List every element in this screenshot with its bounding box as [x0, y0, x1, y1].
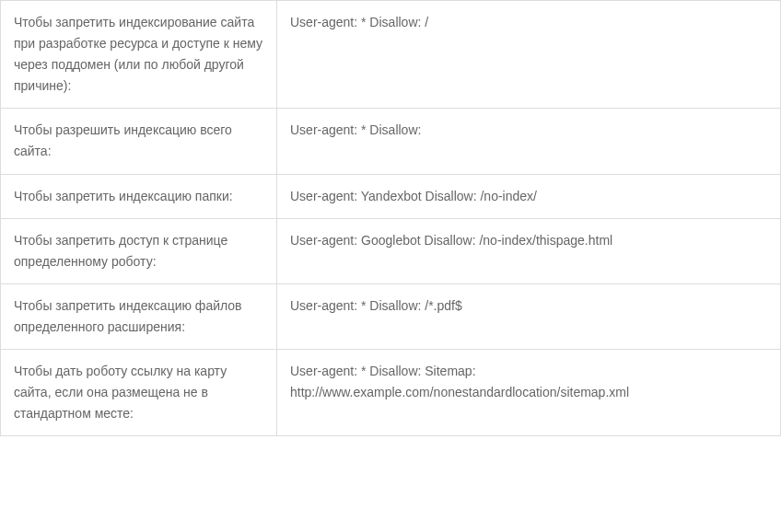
- table-row: Чтобы запретить доступ к странице опреде…: [1, 218, 781, 283]
- table-row: Чтобы разрешить индексацию всего сайта: …: [1, 109, 781, 174]
- table-row: Чтобы запретить индексацию файлов опреде…: [1, 283, 781, 349]
- table-row: Чтобы запретить индексацию папки: User-a…: [1, 174, 781, 218]
- rule-code: User-agent: * Disallow:: [277, 109, 781, 174]
- rule-code: User-agent: Yandexbot Disallow: /no-inde…: [277, 174, 781, 218]
- rule-code: User-agent: * Disallow: Sitemap: http://…: [277, 350, 781, 436]
- rule-description: Чтобы запретить индексацию файлов опреде…: [1, 283, 277, 349]
- table-row: Чтобы запретить индексирование сайта при…: [1, 1, 781, 109]
- rule-code: User-agent: * Disallow: /: [277, 1, 781, 109]
- rule-description: Чтобы дать роботу ссылку на карту сайта,…: [1, 350, 277, 436]
- table-row: Чтобы дать роботу ссылку на карту сайта,…: [1, 350, 781, 436]
- rule-code: User-agent: Googlebot Disallow: /no-inde…: [277, 218, 781, 283]
- rule-description: Чтобы разрешить индексацию всего сайта:: [1, 109, 277, 174]
- rule-description: Чтобы запретить индексирование сайта при…: [1, 1, 277, 109]
- rule-description: Чтобы запретить доступ к странице опреде…: [1, 218, 277, 283]
- rule-code: User-agent: * Disallow: /*.pdf$: [277, 283, 781, 349]
- rule-description: Чтобы запретить индексацию папки:: [1, 174, 277, 218]
- robots-rules-table-wrapper: Чтобы запретить индексирование сайта при…: [0, 0, 781, 436]
- robots-rules-table: Чтобы запретить индексирование сайта при…: [0, 0, 781, 436]
